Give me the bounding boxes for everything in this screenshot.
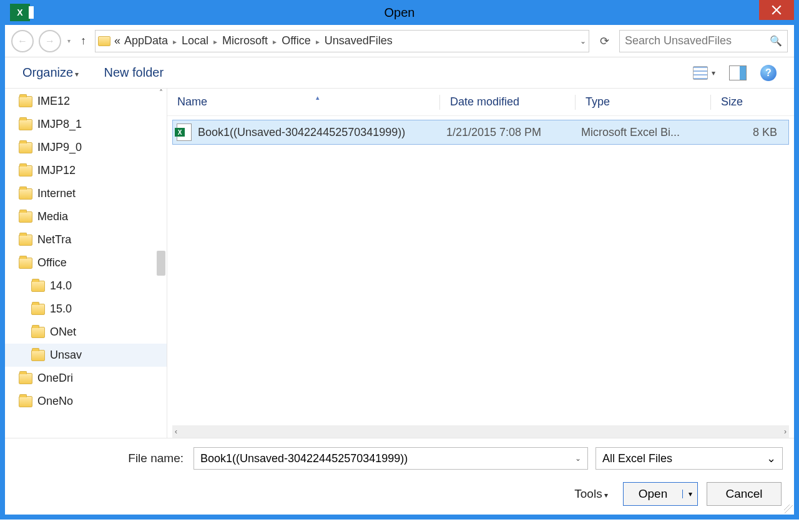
title-bar: Open [5,0,794,25]
up-button[interactable]: ↑ [77,34,90,47]
chevron-right-icon[interactable] [172,34,178,47]
tree-item[interactable]: 15.0 [5,297,167,321]
breadcrumb-segment[interactable]: Office [282,34,311,47]
file-type: Microsoft Excel Bi... [581,126,705,139]
tree-item[interactable]: OneDri [5,367,167,390]
tree-item-label: 14.0 [50,279,72,293]
nav-bar: ← → ▾ ↑ « AppData Local Microsoft Office… [5,25,794,57]
chevron-right-icon[interactable] [315,34,321,47]
tree-item-label: Unsav [50,349,82,362]
folder-tree: ˄ IME12 IMJP8_1 IMJP9_0 IMJP12 Internet … [5,89,167,438]
file-size: 8 KB [705,126,788,139]
address-dropdown-icon[interactable]: ⌄ [580,37,586,46]
chevron-right-icon[interactable] [212,34,218,47]
folder-icon [19,142,32,153]
tree-item[interactable]: Media [5,205,167,228]
tools-menu[interactable]: Tools [574,487,608,501]
tree-item-label: IMJP12 [37,164,76,177]
folder-icon [31,327,45,338]
organize-menu[interactable]: Organize [22,65,79,80]
toolbar: Organize New folder ▾ ? [5,57,794,89]
help-button[interactable]: ? [760,65,777,81]
breadcrumb-segment[interactable]: AppData [124,34,168,47]
folder-icon [31,304,45,315]
folder-icon [19,396,32,407]
new-folder-button[interactable]: New folder [104,65,164,80]
tree-item-label: NetTra [37,233,71,246]
tree-item[interactable]: IME12 [5,90,167,113]
tree-item[interactable]: ONet [5,321,167,344]
open-split-dropdown[interactable]: ▾ [682,490,697,498]
back-button[interactable]: ← [11,30,34,52]
tree-item-selected[interactable]: Unsav [5,344,167,367]
column-header-date[interactable]: Date modified [450,95,575,109]
column-label: Name [177,95,207,109]
tree-item[interactable]: OneNo [5,390,167,413]
file-list-panel: Name ▴ Date modified Type Size Book1((Un… [167,89,794,438]
view-mode-button[interactable]: ▾ [693,66,715,80]
folder-icon [98,36,110,46]
folder-icon [19,165,32,177]
search-input[interactable]: Search UnsavedFiles 🔍 [619,30,788,52]
tree-item[interactable]: NetTra [5,228,167,251]
sort-ascending-icon: ▴ [316,94,320,102]
breadcrumb-segment[interactable]: Microsoft [222,34,268,47]
chevron-down-icon: ▾ [712,69,715,77]
chevron-down-icon: ⌄ [767,452,776,465]
scroll-up-icon[interactable]: ˄ [159,89,163,100]
search-placeholder: Search UnsavedFiles [625,34,732,47]
main-area: ˄ IME12 IMJP8_1 IMJP9_0 IMJP12 Internet … [5,89,794,438]
tree-item-label: IMJP9_0 [37,141,82,154]
cancel-button[interactable]: Cancel [707,482,782,506]
window-title: Open [5,6,794,20]
tree-item[interactable]: IMJP12 [5,159,167,182]
filename-value: Book1((Unsaved-304224452570341999)) [200,452,408,465]
tree-item[interactable]: IMJP9_0 [5,136,167,159]
address-bar[interactable]: « AppData Local Microsoft Office Unsaved… [95,30,589,52]
tree-item[interactable]: Internet [5,182,167,205]
recent-locations-dropdown[interactable]: ▾ [66,37,72,44]
open-button[interactable]: Open ▾ [623,482,698,506]
filename-input[interactable]: Book1((Unsaved-304224452570341999)) ⌄ [194,447,588,470]
bottom-panel: File name: Book1((Unsaved-30422445257034… [5,438,794,515]
tree-item[interactable]: 14.0 [5,274,167,297]
scroll-left-icon[interactable]: ‹ [175,427,177,436]
breadcrumb-segment[interactable]: UnsavedFiles [325,34,393,47]
resize-grip[interactable] [784,505,793,513]
folder-icon [31,350,45,361]
folder-icon [19,96,32,107]
folder-icon [19,119,32,130]
preview-pane-button[interactable] [729,65,747,80]
file-name: Book1((Unsaved-304224452570341999)) [198,126,446,139]
forward-button[interactable]: → [39,30,61,52]
scroll-right-icon[interactable]: › [784,427,787,436]
open-button-label: Open [624,487,682,501]
folder-icon [19,373,32,384]
column-headers: Name ▴ Date modified Type Size [167,89,794,116]
refresh-button[interactable]: ⟳ [594,34,614,48]
breadcrumb-prefix: « [114,34,120,47]
folder-icon [19,211,32,223]
file-row-selected[interactable]: Book1((Unsaved-304224452570341999)) 1/21… [172,120,789,145]
tree-item[interactable]: IMJP8_1 [5,113,167,136]
folder-icon [19,188,32,200]
column-header-type[interactable]: Type [586,95,710,109]
column-header-name[interactable]: Name ▴ [177,95,439,109]
tree-item-label: OneDri [37,372,73,385]
tree-item-label: ONet [50,326,76,339]
tree-item-label: Internet [37,187,76,200]
folder-icon [31,281,45,292]
file-type-filter[interactable]: All Excel Files ⌄ [596,447,783,470]
tree-item-label: Office [37,256,67,269]
chevron-down-icon[interactable]: ⌄ [575,454,581,463]
scroll-thumb[interactable] [157,251,165,276]
breadcrumb-segment[interactable]: Local [182,34,208,47]
open-dialog: Open ← → ▾ ↑ « AppData Local Microsoft O… [0,0,799,520]
search-icon: 🔍 [770,35,782,47]
tree-item-label: IME12 [37,95,70,108]
column-header-size[interactable]: Size [721,95,794,109]
sidebar-scrollbar[interactable]: ˄ [155,89,167,438]
chevron-right-icon[interactable] [272,34,278,47]
tree-item[interactable]: Office [5,251,167,274]
horizontal-scrollbar[interactable]: ‹ › [172,425,789,438]
